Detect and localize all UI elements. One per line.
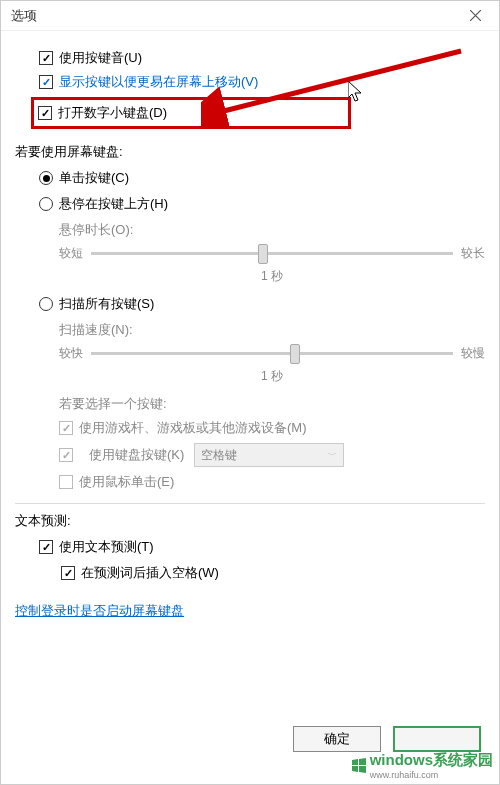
dropdown-value: 空格键 [201, 447, 237, 464]
checkbox-icon [59, 448, 73, 462]
radio-hover-keys[interactable]: 悬停在按键上方(H) [39, 195, 485, 213]
keyboard-key-dropdown: 空格键 ﹀ [194, 443, 344, 467]
insert-space-row[interactable]: 在预测词后插入空格(W) [39, 564, 485, 582]
text-prediction-header: 文本预测: [15, 512, 485, 530]
slider-min-label: 较快 [59, 345, 83, 362]
select-key-header: 若要选择一个按键: [59, 395, 485, 413]
windows-logo-icon [350, 757, 368, 775]
hover-duration-slider [91, 252, 453, 255]
osk-header: 若要使用屏幕键盘: [15, 143, 485, 161]
watermark: windows系统家园 www.ruhaifu.com [350, 751, 493, 780]
show-keys-row[interactable]: 显示按键以便更易在屏幕上移动(V) [39, 73, 485, 91]
use-keyboard-row: 使用键盘按键(K) 空格键 ﹀ [59, 443, 485, 467]
checkbox-icon [59, 421, 73, 435]
slider-thumb [258, 244, 268, 264]
use-joystick-row: 使用游戏杆、游戏板或其他游戏设备(M) [59, 419, 485, 437]
control-osk-at-login-link[interactable]: 控制登录时是否启动屏幕键盘 [15, 602, 184, 620]
titlebar: 选项 [1, 1, 499, 31]
radio-icon [39, 171, 53, 185]
watermark-text: windows系统家园 [370, 751, 493, 768]
open-numpad-row[interactable]: 打开数字小键盘(D) [38, 104, 344, 122]
checkbox-icon [38, 106, 52, 120]
use-text-prediction-row[interactable]: 使用文本预测(T) [39, 538, 485, 556]
open-numpad-label: 打开数字小键盘(D) [58, 104, 167, 122]
hover-duration-label: 悬停时长(O): [59, 221, 485, 239]
use-keyboard-label: 使用键盘按键(K) [89, 446, 184, 464]
radio-click-label: 单击按键(C) [59, 169, 129, 187]
scan-speed-value: 1 秒 [59, 368, 485, 385]
checkbox-icon [39, 540, 53, 554]
watermark-url: www.ruhaifu.com [370, 770, 493, 780]
slider-max-label: 较长 [461, 245, 485, 262]
hover-duration-value: 1 秒 [59, 268, 485, 285]
use-click-sound-label: 使用按键音(U) [59, 49, 142, 67]
insert-space-label: 在预测词后插入空格(W) [81, 564, 219, 582]
checkbox-icon [61, 566, 75, 580]
show-keys-label: 显示按键以便更易在屏幕上移动(V) [59, 73, 258, 91]
scan-speed-slider [91, 352, 453, 355]
slider-thumb [290, 344, 300, 364]
close-icon [470, 10, 481, 21]
radio-icon [39, 297, 53, 311]
radio-icon [39, 197, 53, 211]
use-click-sound-row[interactable]: 使用按键音(U) [39, 49, 485, 67]
options-dialog: 选项 使用按键音(U) 显示按键以便更易在屏幕上移动(V) 打开数字小键盘(D)… [0, 0, 500, 785]
chevron-down-icon: ﹀ [328, 449, 337, 462]
scan-speed-label: 扫描速度(N): [59, 321, 485, 339]
divider [15, 503, 485, 504]
use-mouse-row: 使用鼠标单击(E) [59, 473, 485, 491]
highlight-annotation: 打开数字小键盘(D) [31, 97, 351, 129]
ok-button[interactable]: 确定 [293, 726, 381, 752]
radio-hover-label: 悬停在按键上方(H) [59, 195, 168, 213]
radio-scan-label: 扫描所有按键(S) [59, 295, 154, 313]
cancel-button[interactable] [393, 726, 481, 752]
slider-max-label: 较慢 [461, 345, 485, 362]
radio-scan-keys[interactable]: 扫描所有按键(S) [39, 295, 485, 313]
radio-click-keys[interactable]: 单击按键(C) [39, 169, 485, 187]
use-mouse-label: 使用鼠标单击(E) [79, 473, 174, 491]
close-button[interactable] [455, 2, 495, 30]
use-text-prediction-label: 使用文本预测(T) [59, 538, 154, 556]
slider-min-label: 较短 [59, 245, 83, 262]
checkbox-icon [39, 51, 53, 65]
window-title: 选项 [11, 7, 37, 25]
checkbox-icon [39, 75, 53, 89]
use-joystick-label: 使用游戏杆、游戏板或其他游戏设备(M) [79, 419, 307, 437]
checkbox-icon [59, 475, 73, 489]
